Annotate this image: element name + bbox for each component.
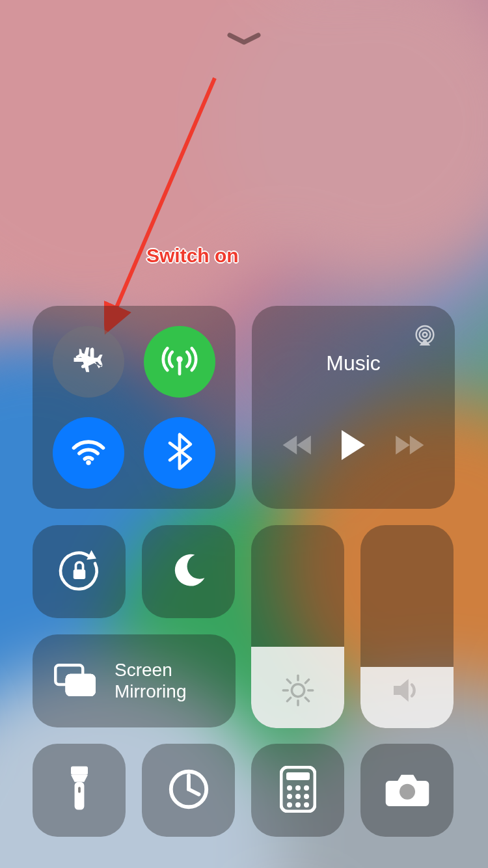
rewind-button[interactable]	[280, 432, 316, 461]
wifi-icon	[69, 432, 108, 474]
svg-point-27	[287, 785, 292, 791]
svg-point-6	[423, 332, 427, 337]
annotation-text: Switch on	[146, 245, 239, 267]
play-button[interactable]	[339, 429, 368, 464]
rewind-icon	[280, 432, 316, 461]
bluetooth-icon	[164, 432, 195, 474]
cellular-antenna-icon	[160, 341, 199, 383]
calculator-button[interactable]	[251, 744, 344, 837]
svg-point-29	[304, 785, 309, 791]
volume-slider[interactable]	[360, 525, 454, 728]
camera-icon	[383, 770, 431, 811]
calculator-icon	[280, 766, 316, 815]
flashlight-icon	[64, 764, 94, 817]
svg-line-0	[109, 78, 215, 324]
screen-mirroring-button[interactable]: Screen Mirroring	[33, 634, 236, 727]
media-title: Music	[264, 351, 443, 375]
screen-mirroring-icon	[52, 662, 98, 701]
media-module: Music	[252, 306, 455, 509]
orientation-lock-toggle[interactable]	[33, 525, 126, 618]
svg-point-35	[304, 802, 309, 807]
play-icon	[339, 429, 368, 464]
cellular-data-toggle[interactable]	[144, 326, 215, 398]
forward-icon	[391, 432, 426, 461]
svg-point-12	[291, 684, 304, 696]
wifi-toggle[interactable]	[53, 417, 124, 489]
svg-point-36	[399, 783, 414, 799]
flashlight-button[interactable]	[33, 744, 126, 837]
svg-point-30	[287, 794, 292, 799]
svg-point-32	[304, 794, 309, 799]
timer-button[interactable]	[142, 744, 235, 837]
svg-point-34	[295, 802, 301, 807]
svg-point-5	[420, 329, 431, 340]
svg-rect-23	[78, 787, 81, 793]
svg-line-17	[287, 679, 290, 683]
do-not-disturb-toggle[interactable]	[142, 525, 235, 618]
airplane-mode-toggle[interactable]	[53, 326, 124, 398]
moon-icon	[169, 551, 208, 593]
timer-icon	[166, 766, 211, 815]
svg-rect-22	[74, 781, 84, 809]
svg-line-19	[305, 679, 308, 683]
brightness-slider[interactable]	[251, 525, 344, 728]
svg-point-33	[287, 802, 292, 807]
svg-point-3	[86, 460, 91, 465]
airplay-icon[interactable]	[412, 323, 438, 351]
svg-line-18	[305, 698, 308, 701]
svg-rect-26	[286, 772, 310, 780]
airplane-icon	[70, 342, 107, 381]
svg-rect-7	[73, 569, 85, 579]
connectivity-module	[33, 306, 236, 509]
svg-rect-21	[71, 766, 88, 774]
svg-point-31	[295, 794, 301, 799]
rotation-lock-icon	[55, 547, 103, 597]
svg-line-20	[287, 698, 290, 701]
svg-rect-11	[67, 675, 94, 695]
bluetooth-toggle[interactable]	[144, 417, 215, 489]
svg-point-28	[295, 785, 301, 791]
camera-button[interactable]	[360, 744, 454, 837]
screen-mirroring-label: Screen Mirroring	[115, 660, 216, 701]
forward-button[interactable]	[391, 432, 426, 461]
chevron-down-icon[interactable]	[227, 31, 261, 49]
